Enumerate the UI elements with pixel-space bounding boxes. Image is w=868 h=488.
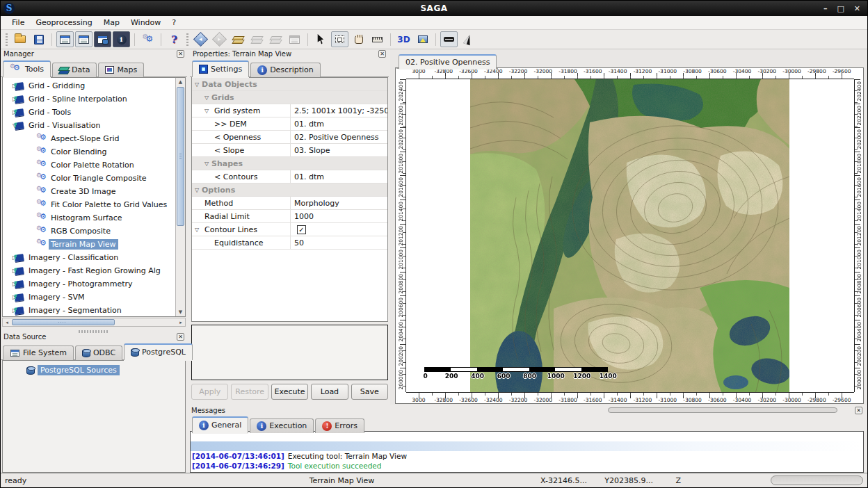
close-button[interactable]: ✕ <box>854 4 860 13</box>
tool-manager-button[interactable] <box>139 31 156 47</box>
forward-button[interactable]: ▸ <box>211 31 228 47</box>
datasource-close-icon[interactable]: ✕ <box>177 333 184 341</box>
parameter-value[interactable]: Morphology <box>291 199 387 208</box>
parameter-value[interactable]: 50 <box>291 238 387 247</box>
expander-icon[interactable]: ▷ <box>3 294 14 300</box>
open-button[interactable] <box>11 31 29 47</box>
show-ruler-button[interactable] <box>440 31 458 47</box>
show-properties-button[interactable] <box>75 31 93 47</box>
menu-file[interactable]: File <box>6 17 30 29</box>
expander-icon[interactable]: ▽ <box>192 227 202 233</box>
tree-item-tool[interactable]: Color Palette Rotation <box>3 158 175 172</box>
tree-item-library[interactable]: ▷Imagery - Fast Region Growing Alg <box>3 264 175 277</box>
manager-close-icon[interactable]: ✕ <box>177 50 184 58</box>
scroll-left-icon[interactable]: ◂ <box>3 318 11 326</box>
tree-item-library[interactable]: ▷Grid - Gridding <box>3 79 175 92</box>
parameter-row[interactable]: MethodMorphology <box>192 197 387 210</box>
tab-data[interactable]: Data <box>52 63 97 77</box>
tree-item-tool[interactable]: Color Blending <box>3 145 175 158</box>
contour-lines-checkbox[interactable]: ✓ <box>297 225 306 234</box>
execute-button[interactable]: Execute <box>271 384 308 400</box>
tree-item-tool[interactable]: Color Triangle Composite <box>3 172 175 185</box>
show-datasource-button[interactable] <box>94 31 111 47</box>
tree-item-library[interactable]: ▷Imagery - SVM <box>3 291 175 304</box>
parameter-row[interactable]: >> DEM01. dtm <box>192 117 387 131</box>
scroll-down-icon[interactable]: ▼ <box>176 308 185 316</box>
show-manager-button[interactable] <box>56 31 74 47</box>
postgresql-sources-item[interactable]: PostgreSQL Sources <box>26 365 185 375</box>
restore-button[interactable]: Restore <box>231 384 268 400</box>
expander-icon[interactable]: ▷ <box>3 268 14 274</box>
expander-icon[interactable]: ▷ <box>3 83 14 89</box>
load-button[interactable]: Load <box>311 384 348 400</box>
tree-item-tool[interactable]: RGB Composite <box>3 225 175 238</box>
tab-errors[interactable]: !Errors <box>315 418 364 433</box>
tab-execution[interactable]: iExecution <box>250 418 314 433</box>
expander-icon[interactable]: ▷ <box>3 109 14 115</box>
log-line[interactable]: [2014-06-07/13:46:29] Tool execution suc… <box>191 461 863 471</box>
expander-icon[interactable]: ▽ <box>192 108 211 114</box>
help-button[interactable]: ? <box>166 31 183 47</box>
measure-tool-button[interactable] <box>369 31 386 47</box>
scroll-up-icon[interactable]: ▲ <box>176 78 185 86</box>
back-button[interactable]: ◂ <box>192 31 209 47</box>
toolbar-grip[interactable] <box>5 33 8 47</box>
parameter-row[interactable]: < Openness02. Positive Openness <box>192 131 387 144</box>
pan-tool-button[interactable] <box>350 31 367 47</box>
messages-close-icon[interactable]: ✕ <box>855 407 862 414</box>
expander-icon[interactable]: ▽ <box>3 122 14 129</box>
scrollbar-thumb[interactable] <box>177 87 184 226</box>
tree-item-tool[interactable]: Aspect-Slope Grid <box>3 132 175 145</box>
parameter-row[interactable]: ▽Contour Lines✓ <box>192 223 387 236</box>
expander-icon[interactable]: ▽ <box>192 81 202 88</box>
expander-icon[interactable]: ▽ <box>192 95 211 101</box>
tab-file-system[interactable]: File System <box>3 345 74 360</box>
parameter-value[interactable]: 1000 <box>291 212 387 221</box>
log-line[interactable]: [2014-06-07/13:46:01] Executing tool: Te… <box>191 451 863 461</box>
tree-item-tool[interactable]: Fit Color Palette to Grid Values <box>3 198 175 211</box>
parameter-row[interactable]: < Contours01. dtm <box>192 170 387 184</box>
tree-item-tool[interactable]: Histogram Surface <box>3 211 175 225</box>
tab-settings[interactable]: Settings <box>192 60 249 77</box>
apply-tool-button[interactable] <box>267 31 284 47</box>
parameter-value[interactable]: 01. dtm <box>291 120 387 129</box>
menu-geoprocessing[interactable]: Geoprocessing <box>30 17 97 29</box>
tree-item-tool-selected[interactable]: Terrain Map View <box>3 238 175 251</box>
tab-tools[interactable]: Tools <box>3 60 51 77</box>
tree-item-library[interactable]: ▷Grid - Spline Interpolation <box>3 92 175 106</box>
expander-icon[interactable]: ▽ <box>192 161 211 167</box>
maximize-button[interactable]: □ <box>837 4 844 13</box>
show-messages-button[interactable]: i <box>113 31 130 47</box>
tab-general[interactable]: iGeneral <box>192 416 248 433</box>
parameter-row[interactable]: < Slope03. Slope <box>192 144 387 157</box>
tree-item-library[interactable]: ▷Imagery - Segmentation <box>3 304 175 317</box>
parameter-group-row[interactable]: ▽Options <box>192 184 387 197</box>
load-tool-chain-button[interactable] <box>230 31 247 47</box>
print-map-button[interactable] <box>414 31 431 47</box>
copy-button[interactable] <box>286 31 303 47</box>
scroll-right-icon[interactable]: ▸ <box>177 318 185 326</box>
pointer-tool-button[interactable] <box>312 31 330 47</box>
expander-icon[interactable]: ▷ <box>3 254 14 261</box>
view-3d-button[interactable]: 3D <box>395 31 412 47</box>
parameter-value[interactable]: 2.5; 1001x 1001y; -32500 <box>291 106 387 115</box>
menu-window[interactable]: Window <box>125 17 166 29</box>
tree-item-library[interactable]: ▷Imagery - Classification <box>3 251 175 264</box>
apply-button[interactable]: Apply <box>191 384 228 400</box>
parameter-group-row[interactable]: ▽Data Objects <box>192 78 387 91</box>
expander-icon[interactable]: ▷ <box>3 307 14 314</box>
log-line-empty[interactable] <box>191 432 863 441</box>
expander-icon[interactable]: ▷ <box>3 281 14 287</box>
parameter-row[interactable]: ▽Grid system2.5; 1001x 1001y; -32500 <box>192 104 387 117</box>
expander-icon[interactable]: ▷ <box>3 96 14 102</box>
messages-scroll-hint[interactable] <box>608 407 837 413</box>
log-line-selected[interactable] <box>191 441 863 451</box>
parameter-group-row[interactable]: ▽Grids <box>192 91 387 104</box>
parameter-value[interactable]: 03. Slope <box>291 146 387 155</box>
tab-odbc[interactable]: ODBC <box>75 345 122 360</box>
save-tool-chain-button[interactable] <box>248 31 266 47</box>
save-button[interactable] <box>30 31 47 47</box>
tree-horizontal-scrollbar[interactable]: ◂ ▸ <box>2 318 186 327</box>
menu-help[interactable]: ? <box>166 17 182 29</box>
expander-icon[interactable]: ▽ <box>192 187 202 193</box>
